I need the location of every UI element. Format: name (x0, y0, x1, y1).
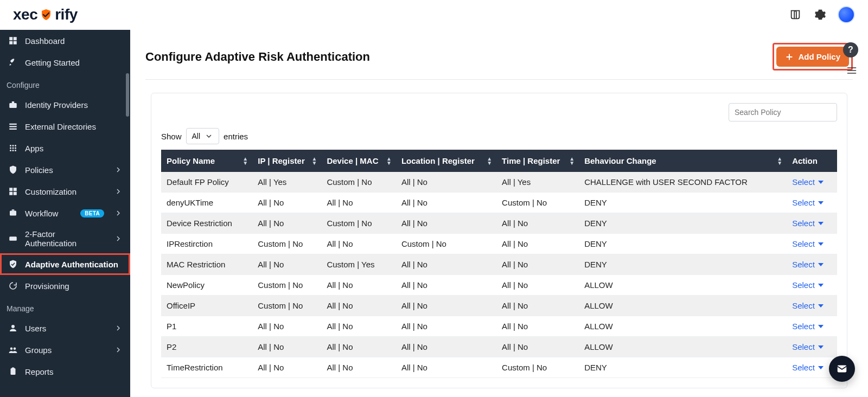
action-select[interactable]: Select (792, 301, 824, 310)
svg-rect-8 (9, 129, 17, 130)
chevron-right-icon (114, 209, 123, 217)
sidebar-item-provisioning[interactable]: Provisioning (0, 275, 130, 297)
action-select[interactable]: Select (792, 198, 824, 207)
sort-icon: ▲▼ (242, 157, 248, 165)
contact-mail-button[interactable] (829, 356, 855, 382)
table-cell: All | No (496, 296, 579, 316)
action-select[interactable]: Select (792, 363, 824, 372)
hamburger-icon[interactable] (844, 63, 859, 78)
caret-down-icon (818, 304, 824, 308)
table-cell: Custom | No (321, 213, 395, 234)
table-cell: Custom | No (496, 193, 579, 213)
sidebar-item-reports[interactable]: Reports (0, 361, 130, 382)
col-ip-register[interactable]: IP | Register▲▼ (252, 150, 321, 172)
sidebar-item-label: Adaptive Authentication (25, 260, 123, 269)
action-select-label: Select (792, 342, 815, 351)
caret-down-icon (818, 263, 824, 266)
table-cell: denyUKTime (161, 193, 252, 213)
action-select[interactable]: Select (792, 177, 824, 187)
col-policy-name[interactable]: Policy Name▲▼ (161, 150, 252, 172)
table-cell: DENY (579, 357, 787, 378)
sidebar-item-customization[interactable]: Customization (0, 181, 130, 202)
sidebar-item-apps[interactable]: Apps (0, 137, 130, 159)
table-cell: ALLOW (579, 316, 787, 337)
entries-label: entries (224, 132, 248, 141)
sidebar-item-users[interactable]: Users (0, 317, 130, 339)
avatar[interactable] (838, 6, 855, 23)
shield-check-icon (8, 259, 18, 270)
add-policy-label: Add Policy (798, 52, 840, 61)
table-cell: All | No (396, 193, 496, 213)
table-cell: Default FP Policy (161, 172, 252, 193)
svg-rect-28 (11, 368, 16, 375)
table-cell: IPRestirction (161, 234, 252, 254)
action-select-label: Select (792, 177, 815, 187)
table-cell: All | No (252, 254, 321, 275)
svg-rect-24 (9, 236, 17, 241)
help-button[interactable]: ? (843, 42, 858, 57)
table-cell: ALLOW (579, 296, 787, 316)
col-device-mac[interactable]: Device | MAC▲▼ (321, 150, 395, 172)
svg-rect-2 (9, 41, 12, 44)
beta-badge: BETA (80, 209, 104, 217)
table-cell: All | No (321, 296, 395, 316)
action-select[interactable]: Select (792, 239, 824, 248)
sidebar-item-identity-providers[interactable]: Identity Providers (0, 94, 130, 116)
search-input[interactable] (729, 103, 837, 121)
caret-down-icon (818, 325, 824, 328)
col-location-register[interactable]: Location | Register▲▼ (396, 150, 496, 172)
col-time-register[interactable]: Time | Register▲▼ (496, 150, 579, 172)
table-cell: DENY (579, 193, 787, 213)
svg-rect-6 (9, 124, 17, 125)
col-behaviour-change[interactable]: Behaviour Change▲▼ (579, 150, 787, 172)
action-select[interactable]: Select (792, 280, 824, 290)
svg-rect-19 (14, 188, 17, 191)
sidebar-item-external-directories[interactable]: External Directories (0, 116, 130, 137)
entries-select[interactable]: All (186, 128, 220, 144)
table-cell: Device Restriction (161, 213, 252, 234)
table-row: OfficeIPCustom | NoAll | NoAll | NoAll |… (161, 296, 837, 316)
table-cell: NewPolicy (161, 275, 252, 296)
table-cell: All | No (396, 275, 496, 296)
caret-down-icon (818, 201, 824, 204)
page-title: Configure Adaptive Risk Authentication (145, 50, 370, 64)
table-cell: All | No (252, 193, 321, 213)
table-cell: All | No (496, 234, 579, 254)
sidebar-item-label: Getting Started (25, 58, 123, 67)
table-cell: Custom | No (396, 234, 496, 254)
action-select-label: Select (792, 260, 815, 269)
action-select[interactable]: Select (792, 219, 824, 228)
sidebar: Dashboard Getting Started Configure Iden… (0, 30, 130, 397)
sidebar-item-groups[interactable]: Groups (0, 339, 130, 361)
clipboard-icon (8, 366, 18, 377)
table-cell: All | No (396, 213, 496, 234)
sidebar-item-getting-started[interactable]: Getting Started (0, 52, 130, 73)
sidebar-item-workflow[interactable]: Workflow BETA (0, 202, 130, 224)
table-cell: All | No (496, 316, 579, 337)
gear-icon[interactable] (813, 7, 828, 22)
action-select[interactable]: Select (792, 260, 824, 269)
svg-rect-29 (12, 368, 15, 369)
table-cell: All | No (321, 234, 395, 254)
chevron-right-icon (114, 345, 123, 354)
sidebar-scrollbar[interactable] (126, 73, 129, 117)
action-select[interactable]: Select (792, 342, 824, 351)
svg-rect-23 (12, 209, 15, 210)
divider (145, 79, 853, 80)
sidebar-item-dashboard[interactable]: Dashboard (0, 30, 130, 52)
brand-text-1: xec (13, 6, 37, 23)
table-cell: ALLOW (579, 275, 787, 296)
table-cell: Custom | No (496, 357, 579, 378)
table-cell: Custom | No (321, 172, 395, 193)
sidebar-item-adaptive-authentication[interactable]: Adaptive Authentication (0, 253, 130, 275)
caret-down-icon (818, 181, 824, 184)
policies-card: Show All entries Policy Name▲▼ IP | Regi… (151, 93, 847, 388)
table-row: Device RestrictionAll | NoCustom | NoAll… (161, 213, 837, 234)
sidebar-item-2fa[interactable]: 2-Factor Authentication (0, 224, 130, 253)
docs-icon[interactable] (788, 7, 803, 22)
svg-point-27 (14, 348, 16, 350)
action-select[interactable]: Select (792, 322, 824, 331)
sidebar-item-policies[interactable]: Policies (0, 159, 130, 181)
add-policy-button[interactable]: Add Policy (776, 47, 849, 67)
sidebar-item-label: Reports (25, 367, 123, 376)
